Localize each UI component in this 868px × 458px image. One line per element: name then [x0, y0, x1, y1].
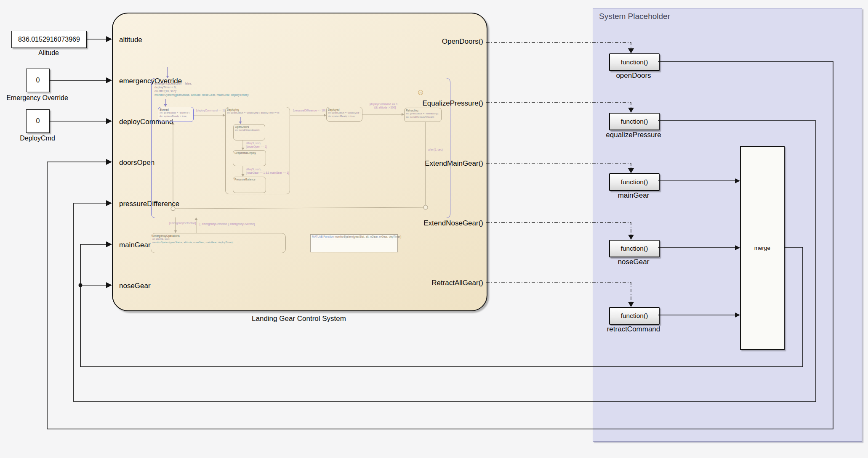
simulink-canvas[interactable]: System Placeholder altitude emergencyOve… [0, 0, 868, 458]
feedback-wire-pressure-difference[interactable] [74, 121, 816, 402]
function-call-wire-retract-all-gear[interactable] [486, 282, 631, 302]
function-call-wire-extend-main-gear[interactable] [486, 163, 631, 169]
function-call-wire-open-doors[interactable] [486, 42, 631, 49]
feedback-wire-doors-open[interactable] [47, 61, 833, 429]
function-call-wire-equalize-pressure[interactable] [486, 103, 631, 108]
feedback-wire-main-gear[interactable] [80, 244, 803, 367]
wire-branch-dot[interactable] [79, 283, 83, 287]
wiring-layer [0, 0, 868, 458]
function-call-wire-extend-nose-gear[interactable] [486, 222, 631, 235]
